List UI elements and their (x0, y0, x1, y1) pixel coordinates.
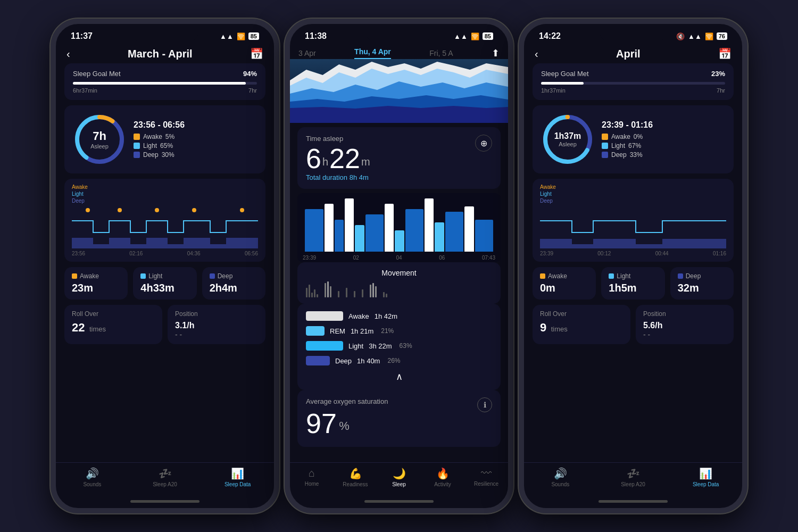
sleep-line-chart-left (72, 206, 258, 248)
tab-sleep-data-left[interactable]: 📊 Sleep Data (201, 467, 274, 487)
tab-activity-middle[interactable]: 🔥 Activity (421, 467, 464, 487)
date-prev-middle[interactable]: 3 Apr (298, 49, 316, 57)
tab-bar-left: 🔊 Sounds 💤 Sleep A20 📊 Sleep Data (56, 462, 274, 500)
date-current-middle[interactable]: Thu, 4 Apr (354, 47, 391, 59)
stage-bar-12 (445, 212, 464, 252)
stage-bar-6 (365, 214, 384, 252)
calendar-icon-right[interactable]: 📅 (718, 47, 732, 60)
light-stat-val-right: 1h5m (609, 282, 657, 294)
stage-rem-entry: REM 1h 21m 21% (306, 326, 492, 336)
goal-pct-right: 23% (711, 70, 725, 78)
chart-x-labels-right: 23:39 00:12 00:44 01:16 (540, 251, 726, 256)
expand-button-middle[interactable]: ⊕ (475, 135, 492, 152)
status-icons-right: 🔇 ▲▲ 🛜 76 (676, 32, 727, 40)
tab-sleep-a20-left[interactable]: 💤 Sleep A20 (129, 467, 202, 487)
tab-bar-right: 🔊 Sounds 💤 Sleep A20 📊 Sleep Data (524, 462, 742, 500)
top-nav-left: ‹ March - April 📅 (56, 43, 274, 63)
sleep-circle-right: 1h37m Asleep (541, 113, 594, 166)
activity-label-middle: Activity (434, 481, 451, 487)
status-time-middle: 11:38 (305, 31, 327, 41)
tab-bar-middle: ⌂ Home 💪 Readiness 🌙 Sleep 🔥 Activity 〰 … (290, 462, 508, 500)
legend-deep-right: Deep 33% (602, 151, 653, 159)
time-asleep-card-middle: Time asleep 6 h 22 m Total duration 8h 4… (297, 127, 501, 189)
circle-label-right: 1h37m Asleep (554, 131, 581, 147)
spo2-value-el: 97 (306, 408, 337, 439)
mv-17 (386, 294, 387, 298)
back-button-right[interactable]: ‹ (535, 48, 538, 60)
chevron-up-middle[interactable]: ∧ (306, 371, 492, 383)
light-dot-left (134, 143, 140, 149)
svg-marker-14 (290, 106, 508, 123)
sounds-icon-left: 🔊 (86, 467, 99, 480)
signal-icon: ▲▲ (220, 32, 234, 40)
tab-sleep-middle[interactable]: 🌙 Sleep (377, 467, 421, 487)
deep-bar-preview (306, 356, 330, 365)
sleep-a20-icon-right: 💤 (627, 467, 640, 480)
stage-light-entry: Light 3h 22m 63% (306, 341, 492, 351)
tab-sounds-right[interactable]: 🔊 Sounds (524, 467, 597, 487)
date-next-middle[interactable]: Fri, 5 A (429, 49, 453, 57)
progress-fill-right (541, 82, 584, 85)
progress-bg-left (73, 82, 257, 85)
deep-stat-dot-right (678, 273, 683, 279)
awake-stat-val-left: 23m (72, 282, 120, 294)
page-title-right: April (616, 48, 641, 60)
mv-13 (370, 285, 371, 297)
stage-bar-11 (435, 222, 444, 252)
tab-sounds-left[interactable]: 🔊 Sounds (56, 467, 129, 487)
sleep-viz-right (540, 206, 726, 248)
svg-marker-9 (72, 238, 258, 248)
sounds-icon-right: 🔊 (554, 467, 567, 480)
home-indicator-left (130, 500, 200, 503)
legend-awake-right: Awake 0% (602, 133, 653, 140)
stage-bar-14 (475, 220, 494, 252)
sleep-circle-card-left: 7h Asleep 23:56 - 06:56 Awake 5% (64, 105, 265, 173)
sleep-a20-icon-left: 💤 (159, 467, 172, 480)
chart-deep-label-right: Deep (540, 198, 726, 204)
movement-card-middle: Movement (297, 262, 501, 304)
info-row-left: Roll Over 22 times Position 3.1/h - - (64, 305, 265, 344)
sleep-viz-left (72, 206, 258, 248)
stat-deep-right: Deep 32m (670, 267, 734, 300)
awake-dot-right (602, 134, 608, 140)
share-button-middle[interactable]: ⬆ (492, 47, 500, 59)
goal-range-right: 1hr37min 7hr (541, 87, 725, 94)
chart-deep-label-left: Deep (72, 198, 258, 204)
activity-icon-middle: 🔥 (436, 467, 450, 480)
deep-dot-right (602, 152, 608, 158)
legend-right: Awake 0% Light 67% Deep 33% (602, 133, 653, 159)
tab-readiness-middle[interactable]: 💪 Readiness (334, 467, 377, 487)
wifi-icon-right: 🛜 (705, 32, 713, 40)
legend-light-left: Light 65% (134, 142, 185, 149)
deep-stat-dot-left (210, 273, 215, 279)
legend-awake-left: Awake 5% (134, 133, 185, 140)
sleep-circle-card-right: 1h37m Asleep 23:39 - 01:16 Awake (533, 105, 734, 173)
status-time-right: 14:22 (539, 31, 561, 41)
readiness-label-middle: Readiness (343, 481, 368, 487)
tab-sleep-data-right[interactable]: 📊 Sleep Data (669, 467, 742, 487)
chart-x-middle: 23:39 02 04 06 07:43 (303, 255, 495, 261)
status-time-left: 11:37 (71, 31, 93, 41)
home-indicator-right (598, 500, 668, 503)
back-button-left[interactable]: ‹ (66, 48, 70, 60)
tab-resilience-middle[interactable]: 〰 Resilience (464, 467, 508, 487)
tab-sleep-a20-right[interactable]: 💤 Sleep A20 (597, 467, 670, 487)
stage-bar-2 (325, 204, 334, 252)
svg-point-5 (118, 208, 122, 212)
rollover-unit-left: times (89, 325, 106, 333)
rollover-card-right: Roll Over 9 times (533, 305, 630, 344)
time-range-left: 23:56 - 06:56 (134, 120, 185, 130)
mv-9 (338, 291, 339, 297)
rollover-title-left: Roll Over (72, 310, 155, 318)
battery-left: 85 (248, 32, 259, 40)
info-button-middle[interactable]: ℹ (477, 397, 492, 412)
tab-home-middle[interactable]: ⌂ Home (290, 467, 334, 487)
sleep-times-right: 23:39 - 01:16 Awake 0% Light (602, 120, 653, 159)
light-stat-dot-left (140, 273, 146, 279)
sounds-label-right: Sounds (551, 481, 569, 487)
stage-bar-7 (385, 204, 394, 252)
circle-hours-left: 7h (90, 129, 109, 143)
calendar-icon-left[interactable]: 📅 (250, 47, 263, 60)
stage-chart-middle: 23:39 02 04 06 07:43 (297, 193, 501, 262)
mv-15 (375, 286, 377, 297)
